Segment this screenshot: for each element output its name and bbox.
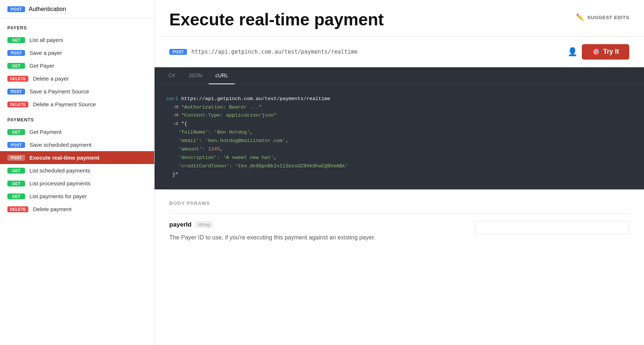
param-type: string (195, 221, 213, 228)
sidebar: POST Authentication PAYERS GETList all p… (0, 0, 155, 345)
item-label: List processed payments (29, 180, 91, 186)
payments-section-title: PAYMENTS (0, 111, 154, 125)
item-label: Get Payment (29, 129, 62, 135)
method-badge: GET (7, 168, 25, 174)
param-name: payerId (169, 221, 191, 228)
code-block: curl https://api.getpinch.com.au/test/pa… (155, 85, 644, 189)
sidebar-auth-item[interactable]: POST Authentication (7, 6, 147, 13)
tab-json[interactable]: JSON (182, 67, 209, 84)
url-bar-section: POST https://api.getpinch.com.au/test/pa… (155, 37, 644, 67)
api-url: https://api.getpinch.com.au/test/payment… (191, 49, 563, 55)
payers-list: GETList all payersPOSTSave a payerGETGet… (0, 33, 154, 111)
edit-icon: ✏️ (576, 13, 584, 21)
sidebar-item-delete-a-payment-source[interactable]: DELETEDelete a Payment Source (0, 98, 154, 111)
auth-method-badge: POST (7, 6, 25, 12)
item-label: Save a payer (29, 50, 62, 56)
sidebar-item-list-payments-for-payer[interactable]: GETList payments for payer (0, 190, 154, 203)
method-badge: DELETE (7, 76, 28, 82)
item-label: Delete a Payment Source (33, 101, 96, 107)
method-badge: POST (7, 142, 25, 148)
param-row-payerid: payerId string The Payer ID to use, if y… (169, 221, 629, 242)
code-section: C# JSON cURL curl https://api.getpinch.c… (155, 67, 644, 189)
item-label: Execute real-time payment (29, 154, 99, 161)
payments-list: GETGet PaymentPOSTSave scheduled payment… (0, 125, 154, 216)
auth-user-icon[interactable]: 👤 (567, 47, 577, 57)
url-method-badge: POST (169, 49, 187, 55)
param-description: The Payer ID to use, if you're executing… (169, 233, 464, 242)
method-badge: POST (7, 89, 25, 95)
sidebar-auth-section: POST Authentication (0, 0, 154, 19)
method-badge: GET (7, 129, 25, 135)
method-badge: GET (7, 193, 25, 199)
code-tabs: C# JSON cURL (155, 67, 644, 85)
page-title: Execute real-time payment (169, 10, 384, 29)
main-header: Execute real-time payment ✏️ SUGGEST EDI… (155, 0, 644, 37)
item-label: Save scheduled payment (29, 142, 91, 148)
sidebar-item-list-processed-payments[interactable]: GETList processed payments (0, 177, 154, 190)
sidebar-item-save-a-payer[interactable]: POSTSave a payer (0, 46, 154, 59)
item-label: List scheduled payments (29, 167, 90, 174)
sidebar-item-get-payment[interactable]: GETGet Payment (0, 125, 154, 138)
tab-curl[interactable]: cURL (209, 67, 235, 84)
try-it-icon: 🎯 (592, 48, 600, 56)
try-it-button[interactable]: 🎯 Try It (582, 44, 629, 60)
param-name-row: payerId string (169, 221, 464, 228)
sidebar-item-list-all-payers[interactable]: GETList all payers (0, 33, 154, 46)
auth-label: Authentication (29, 6, 66, 13)
item-label: Save a Payment Source (29, 88, 89, 95)
item-label: List payments for payer (29, 193, 87, 199)
method-badge: GET (7, 37, 25, 43)
param-divider (169, 213, 629, 214)
item-label: Get Payer (29, 63, 54, 69)
method-badge: GET (7, 63, 25, 69)
main-content: Execute real-time payment ✏️ SUGGEST EDI… (155, 0, 644, 345)
sidebar-item-save-scheduled-payment[interactable]: POSTSave scheduled payment (0, 138, 154, 151)
method-badge: GET (7, 181, 25, 186)
payer-id-input[interactable] (475, 221, 629, 234)
sidebar-item-delete-a-payer[interactable]: DELETEDelete a payer (0, 72, 154, 85)
try-it-label: Try It (603, 48, 619, 56)
tab-csharp[interactable]: C# (162, 67, 182, 84)
payers-section-title: PAYERS (0, 19, 154, 33)
body-params-title: BODY PARAMS (169, 200, 629, 206)
item-label: Delete a payer (33, 75, 69, 82)
sidebar-item-get-payer[interactable]: GETGet Payer (0, 59, 154, 72)
item-label: List all payers (29, 37, 63, 43)
sidebar-item-list-scheduled-payments[interactable]: GETList scheduled payments (0, 164, 154, 177)
method-badge: POST (7, 155, 25, 161)
param-left: payerId string The Payer ID to use, if y… (169, 221, 464, 242)
suggest-edits-label: SUGGEST EDITS (587, 15, 629, 20)
method-badge: DELETE (7, 206, 28, 212)
method-badge: POST (7, 50, 25, 56)
body-params-section: BODY PARAMS payerId string The Payer ID … (155, 189, 644, 253)
sidebar-item-delete-payment[interactable]: DELETEDelete payment (0, 203, 154, 216)
sidebar-item-execute-real-time-payment[interactable]: POSTExecute real-time payment (0, 151, 154, 164)
sidebar-item-save-a-payment-source[interactable]: POSTSave a Payment Source (0, 85, 154, 98)
method-badge: DELETE (7, 102, 28, 107)
item-label: Delete payment (33, 206, 71, 212)
suggest-edits-button[interactable]: ✏️ SUGGEST EDITS (576, 13, 629, 21)
param-right (475, 221, 629, 234)
